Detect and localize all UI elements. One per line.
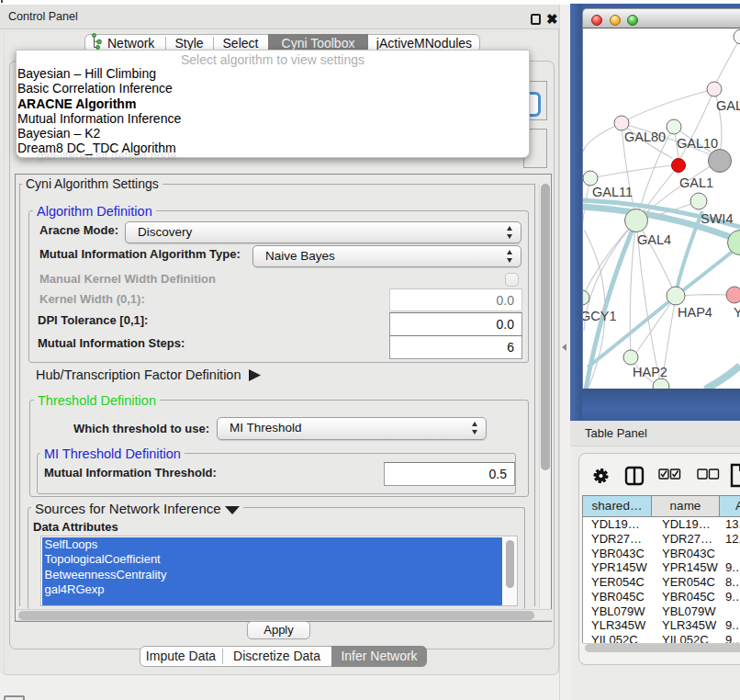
svg-text:GAL7: GAL7: [716, 98, 740, 113]
svg-text:SWI4: SWI4: [701, 211, 733, 226]
svg-text:GAL10: GAL10: [677, 136, 718, 151]
svg-text:GAL1: GAL1: [679, 175, 713, 190]
svg-text:GAL4: GAL4: [637, 232, 671, 247]
svg-text:GCY1: GCY1: [582, 309, 617, 323]
svg-text:HAP2: HAP2: [633, 365, 667, 379]
svg-text:YJ: YJ: [734, 305, 740, 320]
svg-text:HAP4: HAP4: [678, 305, 712, 320]
svg-text:GAL80: GAL80: [624, 130, 666, 144]
svg-text:GAL11: GAL11: [592, 185, 633, 199]
